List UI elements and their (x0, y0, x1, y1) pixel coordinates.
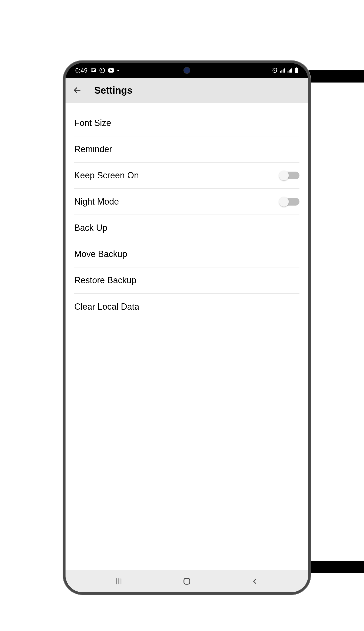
settings-list: Font Size Reminder Keep Screen On Night … (66, 110, 308, 320)
svg-rect-7 (282, 70, 282, 72)
page-title: Settings (94, 85, 132, 96)
setting-reminder[interactable]: Reminder (74, 136, 300, 162)
svg-point-1 (92, 70, 93, 70)
setting-back-up[interactable]: Back Up (74, 215, 300, 241)
status-left: 6:49 (75, 67, 119, 74)
svg-rect-11 (289, 70, 290, 72)
recent-icon (115, 577, 123, 585)
setting-label: Restore Backup (74, 275, 136, 286)
setting-label: Back Up (74, 223, 107, 233)
svg-rect-14 (296, 68, 297, 68)
phone-screen: 6:49 (66, 63, 308, 592)
phone-frame: 6:49 (63, 61, 310, 594)
front-camera (184, 67, 190, 74)
home-icon (182, 577, 191, 586)
svg-rect-12 (290, 70, 291, 72)
whatsapp-icon (99, 68, 105, 73)
chevron-left-icon (251, 578, 258, 585)
toggle-knob (279, 197, 289, 206)
image-icon (90, 68, 96, 73)
keep-screen-on-toggle[interactable] (280, 172, 300, 179)
svg-rect-10 (288, 71, 288, 72)
nav-home-button[interactable] (180, 574, 194, 588)
status-bar: 6:49 (66, 63, 308, 78)
setting-label: Clear Local Data (74, 302, 139, 312)
setting-label: Keep Screen On (74, 170, 139, 180)
arrow-left-icon (73, 86, 82, 95)
setting-keep-screen-on[interactable]: Keep Screen On (74, 162, 300, 189)
settings-content: Font Size Reminder Keep Screen On Night … (66, 103, 308, 570)
decorative-cable-top (308, 70, 364, 82)
setting-clear-local-data[interactable]: Clear Local Data (74, 294, 300, 320)
nav-back-button[interactable] (248, 574, 262, 588)
setting-night-mode[interactable]: Night Mode (74, 189, 300, 215)
night-mode-toggle[interactable] (280, 198, 300, 206)
svg-rect-9 (284, 68, 285, 72)
svg-rect-15 (295, 68, 298, 73)
signal-1-icon (280, 68, 285, 72)
signal-2-icon (287, 68, 292, 72)
svg-rect-13 (291, 68, 292, 72)
toggle-knob (279, 170, 289, 180)
svg-point-2 (100, 68, 104, 73)
decorative-cable-bottom (308, 560, 364, 573)
setting-restore-backup[interactable]: Restore Backup (74, 268, 300, 294)
system-nav-bar (66, 570, 308, 592)
alarm-icon (272, 68, 278, 73)
status-time: 6:49 (75, 67, 88, 74)
setting-label: Reminder (74, 144, 112, 154)
battery-icon (294, 68, 298, 73)
setting-label: Font Size (74, 118, 111, 128)
back-button[interactable] (72, 86, 82, 95)
svg-rect-16 (184, 578, 190, 584)
setting-label: Night Mode (74, 196, 119, 207)
status-right (272, 68, 298, 73)
app-bar: Settings (66, 78, 308, 103)
setting-move-backup[interactable]: Move Backup (74, 241, 300, 268)
youtube-icon (108, 68, 114, 73)
svg-point-4 (118, 70, 119, 71)
nav-recent-button[interactable] (112, 574, 126, 588)
svg-rect-8 (283, 70, 284, 72)
setting-label: Move Backup (74, 249, 127, 259)
dot-icon (117, 70, 119, 71)
setting-font-size[interactable]: Font Size (74, 110, 300, 136)
svg-rect-6 (280, 71, 281, 72)
